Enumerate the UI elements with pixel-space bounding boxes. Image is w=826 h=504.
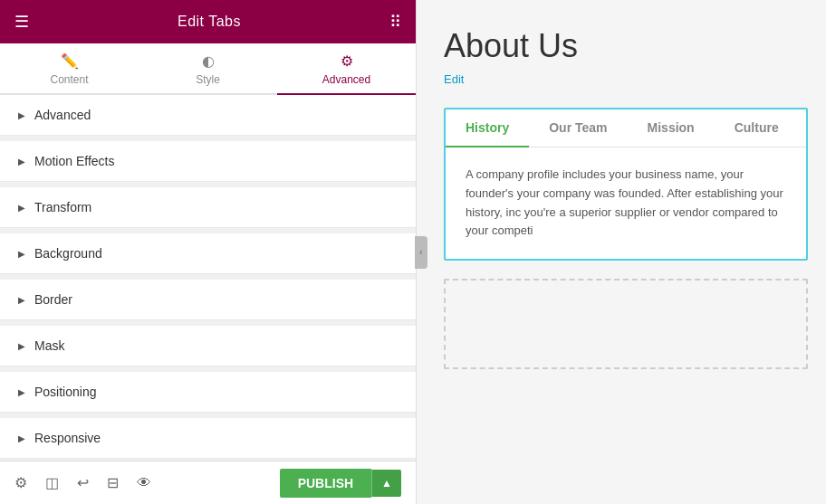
accordion-positioning[interactable]: ▶ Positioning bbox=[0, 372, 416, 413]
accordion-background[interactable]: ▶ Background bbox=[0, 233, 416, 274]
top-bar: ☰ Edit Tabs ⠿ bbox=[0, 0, 416, 43]
tab-advanced[interactable]: ⚙ Advanced bbox=[277, 43, 416, 95]
chevron-right-icon: ▶ bbox=[18, 387, 25, 397]
style-icon: ◐ bbox=[202, 52, 215, 70]
edit-link[interactable]: Edit bbox=[444, 72, 464, 86]
settings-icon[interactable]: ⚙ bbox=[14, 474, 27, 491]
accordion-motion-effects[interactable]: ▶ Motion Effects bbox=[0, 141, 416, 182]
widget-tab-mission[interactable]: Mission bbox=[628, 109, 715, 147]
publish-button[interactable]: PUBLISH bbox=[280, 469, 371, 498]
pencil-icon: ✏️ bbox=[61, 52, 79, 70]
widget-tab-culture[interactable]: Culture bbox=[715, 109, 799, 147]
tabs-widget: History Our Team Mission Culture A compa… bbox=[444, 108, 808, 261]
tab-content[interactable]: ✏️ Content bbox=[0, 43, 139, 95]
widget-tab-history[interactable]: History bbox=[446, 109, 529, 147]
bottom-toolbar: ⚙ ◫ ↩ ⊟ 👁 PUBLISH ▲ bbox=[0, 461, 416, 504]
publish-dropdown-button[interactable]: ▲ bbox=[371, 470, 401, 497]
chevron-right-icon: ▶ bbox=[18, 110, 25, 120]
panel-title: Edit Tabs bbox=[178, 14, 241, 30]
accordion-transform[interactable]: ▶ Transform bbox=[0, 187, 416, 228]
widget-tab-our-team[interactable]: Our Team bbox=[529, 109, 627, 147]
accordion-list: ▶ Advanced ▶ Motion Effects ▶ Transform … bbox=[0, 95, 416, 461]
chevron-right-icon: ▶ bbox=[18, 433, 25, 443]
accordion-responsive[interactable]: ▶ Responsive bbox=[0, 418, 416, 459]
hamburger-icon[interactable]: ☰ bbox=[14, 12, 29, 32]
eye-icon[interactable]: 👁 bbox=[137, 475, 151, 491]
chevron-right-icon: ▶ bbox=[18, 295, 25, 305]
chevron-right-icon: ▶ bbox=[18, 203, 25, 213]
history-icon[interactable]: ↩ bbox=[77, 474, 89, 491]
accordion-border[interactable]: ▶ Border bbox=[0, 280, 416, 320]
chevron-right-icon: ▶ bbox=[18, 157, 25, 166]
layers-icon[interactable]: ◫ bbox=[45, 474, 59, 491]
collapse-panel-handle[interactable]: ‹ bbox=[415, 236, 427, 269]
panel-tabs: ✏️ Content ◐ Style ⚙ Advanced bbox=[0, 43, 416, 95]
gear-icon: ⚙ bbox=[341, 52, 353, 70]
accordion-advanced[interactable]: ▶ Advanced bbox=[0, 95, 416, 136]
grid-icon[interactable]: ⠿ bbox=[389, 12, 401, 32]
responsive-icon[interactable]: ⊟ bbox=[107, 474, 119, 491]
page-title: About Us bbox=[444, 27, 808, 65]
accordion-mask[interactable]: ▶ Mask bbox=[0, 326, 416, 366]
chevron-right-icon: ▶ bbox=[18, 249, 25, 259]
tab-style[interactable]: ◐ Style bbox=[139, 43, 277, 95]
right-panel: About Us Edit History Our Team Mission C… bbox=[417, 0, 826, 504]
publish-group: PUBLISH ▲ bbox=[280, 469, 401, 498]
dashed-placeholder-area bbox=[444, 279, 808, 369]
widget-tab-content: A company profile includes your business… bbox=[446, 147, 806, 259]
toolbar-icons: ⚙ ◫ ↩ ⊟ 👁 bbox=[14, 474, 151, 491]
chevron-right-icon: ▶ bbox=[18, 341, 25, 351]
widget-tabs-header: History Our Team Mission Culture bbox=[446, 109, 806, 147]
